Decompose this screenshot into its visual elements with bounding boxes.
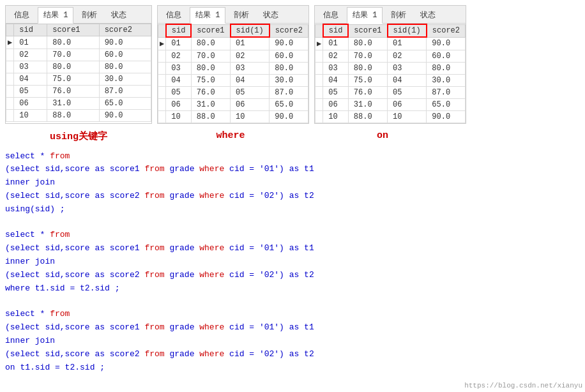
table-cell: 03 <box>166 62 192 74</box>
th-score1-2: score1 <box>191 24 230 37</box>
table-cell: 90.0 <box>427 37 466 50</box>
table-cell: 90.0 <box>99 110 151 122</box>
table-cell: 06 <box>14 98 47 110</box>
code-token: (select sid,score as score1 <box>5 322 144 332</box>
table-cell: 06 <box>388 98 427 110</box>
table-cell: 30.0 <box>270 74 308 86</box>
table-cell: 88.0 <box>47 110 99 122</box>
panel-2-tabs[interactable]: 信息 结果 1 剖析 状态 <box>158 6 308 24</box>
table-cell: 70.0 <box>348 50 387 62</box>
table-cell: 70.0 <box>191 50 230 62</box>
table-cell: 06 <box>323 98 349 110</box>
table-cell: 80.0 <box>99 61 151 73</box>
table-cell: 03 <box>388 62 427 74</box>
table-cell: 02 <box>388 50 427 62</box>
code-line: (select sid,score as score2 from grade w… <box>5 269 580 282</box>
arrow-cell <box>6 61 14 73</box>
tab-result-2[interactable]: 结果 1 <box>190 7 225 24</box>
code-line: (select sid,score as score1 from grade w… <box>5 163 580 176</box>
code-token: using(sid) ; <box>5 204 65 214</box>
table-cell: 75.0 <box>348 74 387 86</box>
label-using: using关键字 <box>5 130 152 142</box>
table-cell: 80.0 <box>191 62 230 74</box>
panel-1-tabs[interactable]: 信息 结果 1 剖析 状态 <box>6 6 151 24</box>
code-token: where <box>199 349 224 359</box>
panel-3: 信息 结果 1 剖析 状态 sid score1 sid(1) score2 ▶… <box>314 5 466 124</box>
th-sid1-2: sid(1) <box>231 24 270 37</box>
table-cell: 60.0 <box>270 50 308 62</box>
label-on: on <box>309 130 456 142</box>
arrow-cell <box>315 62 323 74</box>
code-token: grade <box>165 349 200 359</box>
code-token: grade <box>165 191 200 200</box>
table-cell: 80.0 <box>191 37 230 50</box>
table-cell: 87.0 <box>99 86 151 98</box>
tab-info-1[interactable]: 信息 <box>8 7 35 23</box>
th-sid-3: sid <box>323 24 349 37</box>
code-line: (select sid,score as score1 from grade w… <box>5 242 580 255</box>
code-token: cid = '01') as t1 <box>224 322 314 332</box>
table-cell: 02 <box>166 50 192 62</box>
table-cell: 60.0 <box>99 49 151 61</box>
arrow-cell <box>315 74 323 86</box>
th-score2-3: score2 <box>427 24 466 37</box>
code-token: from <box>50 151 70 161</box>
code-token: from <box>144 243 164 253</box>
table-cell: 04 <box>231 74 270 86</box>
tab-result-3[interactable]: 结果 1 <box>347 7 383 24</box>
tab-info-2[interactable]: 信息 <box>160 7 187 23</box>
table-cell: 60.0 <box>427 50 466 62</box>
arrow-cell: ▶ <box>158 37 166 50</box>
tab-status-3[interactable]: 状态 <box>414 7 441 23</box>
table-cell: 06 <box>231 98 270 110</box>
tab-result-1[interactable]: 结果 1 <box>38 7 73 24</box>
code-token: select * <box>5 309 50 319</box>
table-cell: 30.0 <box>99 73 151 86</box>
th-arrow-2 <box>158 24 166 37</box>
code-token: inner join <box>5 257 55 266</box>
table-cell: 90.0 <box>270 110 308 123</box>
table-cell: 88.0 <box>348 110 387 123</box>
table-cell: 87.0 <box>427 86 466 98</box>
code-token: from <box>144 270 164 280</box>
code-token: from <box>144 191 164 200</box>
table-cell: 90.0 <box>99 36 151 49</box>
code-token: t1.sid = t2.sid ; <box>15 363 105 372</box>
tab-status-2[interactable]: 状态 <box>257 7 284 23</box>
table-cell: 10 <box>323 110 349 123</box>
tab-status-1[interactable]: 状态 <box>105 7 132 23</box>
tab-profile-2[interactable]: 剖析 <box>228 7 255 23</box>
table-cell: 80.0 <box>348 62 387 74</box>
code-line: (select sid,score as score2 from grade w… <box>5 348 580 361</box>
table-cell: 04 <box>14 73 47 86</box>
code-token: (select sid,score as score1 <box>5 164 144 174</box>
th-sid-1: sid <box>14 24 47 36</box>
table-cell: 10 <box>231 110 270 123</box>
table-cell: 80.0 <box>270 62 308 74</box>
th-score2-2: score2 <box>270 24 308 37</box>
code-line: where t1.sid = t2.sid ; <box>5 282 580 296</box>
table-cell: 65.0 <box>427 98 466 110</box>
table-cell: 87.0 <box>270 86 308 98</box>
tab-profile-1[interactable]: 剖析 <box>76 7 103 23</box>
code-token: select * <box>5 151 50 161</box>
code-token: cid = '02') as t2 <box>224 349 314 359</box>
tab-info-3[interactable]: 信息 <box>317 7 344 23</box>
code-line: select * from <box>5 150 580 163</box>
tab-profile-3[interactable]: 剖析 <box>385 7 412 23</box>
table-cell: 90.0 <box>427 110 466 123</box>
code-token: cid = '01') as t1 <box>224 243 314 253</box>
table-cell: 05 <box>323 86 349 98</box>
table-cell: 04 <box>323 74 349 86</box>
code-token: inner join <box>5 177 55 187</box>
arrow-cell <box>158 74 166 86</box>
code-token: cid = '02') as t2 <box>224 191 314 200</box>
table-cell: 76.0 <box>348 86 387 98</box>
code-token: where <box>5 283 30 293</box>
arrow-cell <box>158 110 166 123</box>
table-cell: 05 <box>231 86 270 98</box>
arrow-cell <box>6 98 14 110</box>
code-line: select * from <box>5 308 580 321</box>
table-cell: 02 <box>323 50 349 62</box>
panel-3-tabs[interactable]: 信息 结果 1 剖析 状态 <box>315 6 466 24</box>
